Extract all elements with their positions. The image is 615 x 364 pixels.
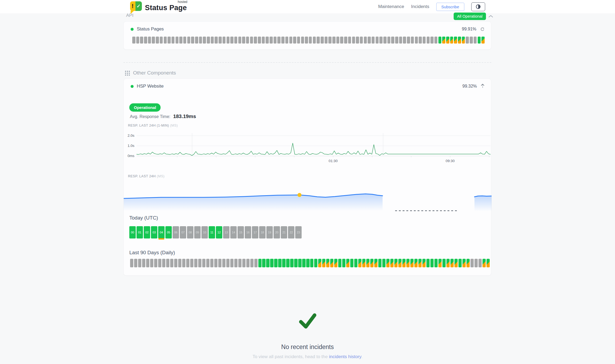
uptime-bar-operational[interactable] [290,259,293,267]
uptime-bar-no-data[interactable] [230,37,233,44]
uptime-bar-operational[interactable] [342,259,345,267]
uptime-bar-operational[interactable] [274,259,277,267]
uptime-bar-no-data[interactable] [356,37,359,44]
uptime-bar-no-data[interactable] [130,259,133,267]
hour-block-13[interactable]: 13 [223,226,229,238]
uptime-bar-no-data[interactable] [138,259,141,267]
uptime-bar-operational[interactable] [298,259,301,267]
uptime-bar-no-data[interactable] [234,37,238,44]
uptime-bar-no-data[interactable] [246,259,250,267]
uptime-bar-no-data[interactable] [198,259,201,267]
hour-block-06[interactable]: 06 [173,226,179,238]
uptime-bar-degraded[interactable] [410,259,414,267]
hour-block-20[interactable]: 20 [274,226,280,238]
uptime-bar-no-data[interactable] [218,259,221,267]
uptime-bar-degraded[interactable] [418,259,422,267]
uptime-bar-no-data[interactable] [136,37,139,44]
uptime-bar-degraded[interactable] [486,259,490,267]
uptime-bar-operational[interactable] [438,37,442,44]
uptime-bar-no-data[interactable] [270,37,273,44]
uptime-bar-no-data[interactable] [313,37,316,44]
uptime-bar-no-data[interactable] [191,37,194,44]
uptime-bar-operational[interactable] [278,259,281,267]
uptime-bar-no-data[interactable] [309,37,312,44]
uptime-bar-degraded[interactable] [374,259,377,267]
uptime-bar-operational[interactable] [266,259,269,267]
hour-block-09[interactable]: 09 [194,226,201,238]
uptime-bar-degraded[interactable] [318,259,321,267]
uptime-bar-no-data[interactable] [206,259,209,267]
uptime-bar-no-data[interactable] [285,37,289,44]
uptime-bar-degraded[interactable] [366,259,369,267]
refresh-icon[interactable] [480,27,485,32]
uptime-bar-degraded[interactable] [458,37,461,44]
uptime-bar-degraded[interactable] [462,259,466,267]
uptime-bar-no-data[interactable] [258,37,261,44]
hour-block-21[interactable]: 21 [281,226,287,238]
uptime-bar-operational[interactable] [378,259,382,267]
uptime-bar-no-data[interactable] [368,37,371,44]
hour-block-04[interactable]: 04 [158,226,165,238]
uptime-bar-no-data[interactable] [250,259,254,267]
uptime-bar-operational[interactable] [338,259,341,267]
uptime-bar-no-data[interactable] [238,37,242,44]
hour-block-03[interactable]: 03 [151,226,157,238]
hour-block-07[interactable]: 07 [180,226,186,238]
uptime-bar-no-data[interactable] [383,37,387,44]
uptime-bar-no-data[interactable] [178,259,181,267]
uptime-bar-degraded[interactable] [446,259,450,267]
uptime-bar-degraded[interactable] [466,259,470,267]
uptime-bar-operational[interactable] [458,259,462,267]
theme-toggle-button[interactable] [471,2,485,11]
uptime-bar-no-data[interactable] [348,37,351,44]
uptime-bar-no-data[interactable] [150,259,153,267]
uptime-bar-no-data[interactable] [230,259,233,267]
uptime-bar-no-data[interactable] [194,259,197,267]
hour-block-19[interactable]: 19 [266,226,273,238]
uptime-bar-no-data[interactable] [427,37,430,44]
hour-block-12[interactable]: 12 [216,226,222,238]
uptime-bar-no-data[interactable] [274,37,277,44]
hour-block-10[interactable]: 10 [201,226,208,238]
uptime-bar-no-data[interactable] [407,37,410,44]
uptime-bar-no-data[interactable] [210,259,213,267]
uptime-bar-operational[interactable] [314,259,317,267]
uptime-bar-no-data[interactable] [166,259,169,267]
uptime-bar-no-data[interactable] [223,37,226,44]
uptime-bar-no-data[interactable] [387,37,391,44]
uptime-bar-operational[interactable] [426,259,430,267]
uptime-bar-no-data[interactable] [202,259,205,267]
uptime-bar-no-data[interactable] [325,37,328,44]
hour-block-23[interactable]: 23 [295,226,302,238]
uptime-bar-no-data[interactable] [190,259,193,267]
hour-block-14[interactable]: 14 [230,226,237,238]
uptime-bar-degraded[interactable] [398,259,402,267]
uptime-bar-no-data[interactable] [395,37,398,44]
uptime-bar-no-data[interactable] [403,37,406,44]
hour-block-00[interactable]: 00 [129,226,136,238]
uptime-bar-degraded[interactable] [406,259,410,267]
uptime-bar-degraded[interactable] [454,37,457,44]
uptime-bar-no-data[interactable] [317,37,320,44]
uptime-bar-no-data[interactable] [254,37,257,44]
uptime-bar-no-data[interactable] [379,37,383,44]
uptime-bar-operational[interactable] [262,259,265,267]
hour-block-16[interactable]: 16 [245,226,251,238]
uptime-bar-operational[interactable] [286,259,289,267]
uptime-bar-no-data[interactable] [430,37,434,44]
uptime-bar-no-data[interactable] [262,37,265,44]
uptime-bar-degraded[interactable] [358,259,361,267]
uptime-bar-no-data[interactable] [134,259,137,267]
uptime-bar-no-data[interactable] [254,259,258,267]
uptime-bar-no-data[interactable] [415,37,418,44]
uptime-bar-no-data[interactable] [140,37,143,44]
uptime-bar-no-data[interactable] [336,37,340,44]
uptime-bar-operational[interactable] [282,259,285,267]
uptime-bar-no-data[interactable] [305,37,308,44]
uptime-bar-operational[interactable] [302,259,305,267]
chevron-up-icon[interactable] [488,15,493,18]
uptime-bar-no-data[interactable] [182,259,185,267]
hour-block-01[interactable]: 01 [137,226,143,238]
uptime-bar-no-data[interactable] [144,37,147,44]
uptime-bar-no-data[interactable] [478,259,482,267]
